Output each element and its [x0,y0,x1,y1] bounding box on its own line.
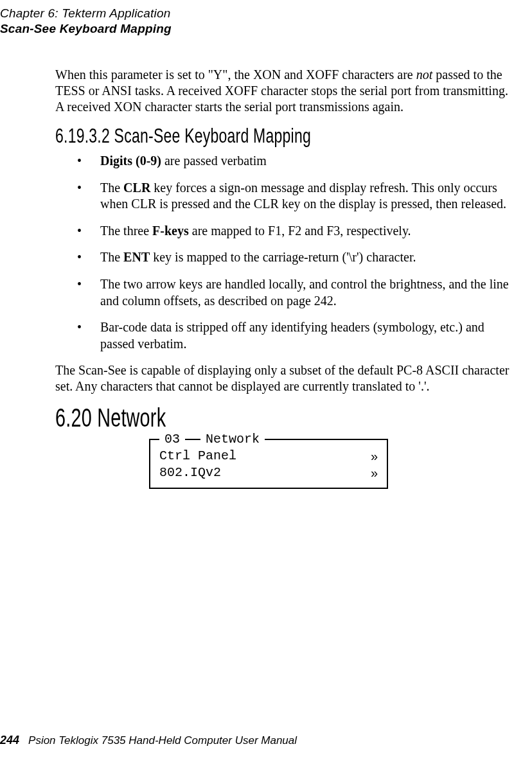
list-item: Bar-code data is stripped off any identi… [55,319,513,352]
chevron-right-icon: » [371,464,378,481]
bullet-text: key forces a sign-on message and display… [100,181,506,211]
intro-not: not [416,67,433,82]
menu-border-segment [150,439,159,440]
bullet-text: key is mapped to the carriage-return ('\… [150,250,416,264]
page-footer: 244Psion Teklogix 7535 Hand-Held Compute… [0,734,297,747]
bullet-pre: The [100,181,123,195]
intro-paragraph: When this parameter is set to "Y", the X… [55,67,513,115]
menu-row: Ctrl Panel » [159,448,378,464]
bullet-text: are mapped to F1, F2 and F3, respectivel… [189,224,411,238]
menu-border-segment [185,439,200,440]
list-item: The two arrow keys are handled locally, … [55,276,513,309]
section-heading: 6.20 Network [55,403,385,432]
list-item: The CLR key forces a sign-on message and… [55,180,513,213]
body-content: When this parameter is set to "Y", the X… [55,67,513,489]
menu-title-bar: 03 Network [150,432,387,446]
menu-number: 03 [164,432,180,446]
header-chapter: Chapter 6: Tekterm Application [0,6,513,21]
footer-text: Psion Teklogix 7535 Hand-Held Computer U… [28,734,297,747]
bullet-bold: CLR [123,181,150,195]
bullet-text: are passed verbatim [161,154,267,168]
intro-text-a: When this parameter is set to "Y", the X… [55,67,416,82]
menu-border-segment [265,439,387,440]
list-item: The three F-keys are mapped to F1, F2 an… [55,223,513,240]
bullet-bold: Digits (0-9) [100,154,161,168]
bullet-text: The two arrow keys are handled locally, … [100,277,509,308]
bullet-pre: The [100,250,123,264]
menu-row-label: 802.IQv2 [159,464,221,481]
page-number: 244 [0,734,19,747]
header-section: Scan-See Keyboard Mapping [0,22,513,36]
bullet-text: Bar-code data is stripped off any identi… [100,320,484,351]
menu-title: Network [206,432,260,446]
menu-row: 802.IQv2 » [159,464,378,481]
list-item: Digits (0-9) are passed verbatim [55,153,513,170]
subsection-heading: 6.19.3.2 Scan-See Keyboard Mapping [55,124,385,148]
list-item: The ENT key is mapped to the carriage-re… [55,249,513,266]
bullet-list: Digits (0-9) are passed verbatim The CLR… [55,153,513,352]
menu-row-label: Ctrl Panel [159,448,236,464]
after-paragraph: The Scan-See is capable of displaying on… [55,362,513,394]
bullet-bold: ENT [123,250,150,264]
page: Chapter 6: Tekterm Application Scan-See … [0,0,532,769]
chevron-right-icon: » [371,448,378,464]
bullet-bold: F-keys [152,224,189,238]
bullet-pre: The three [100,224,152,238]
network-menu-box: 03 Network Ctrl Panel » 802.IQv2 » [149,439,388,489]
